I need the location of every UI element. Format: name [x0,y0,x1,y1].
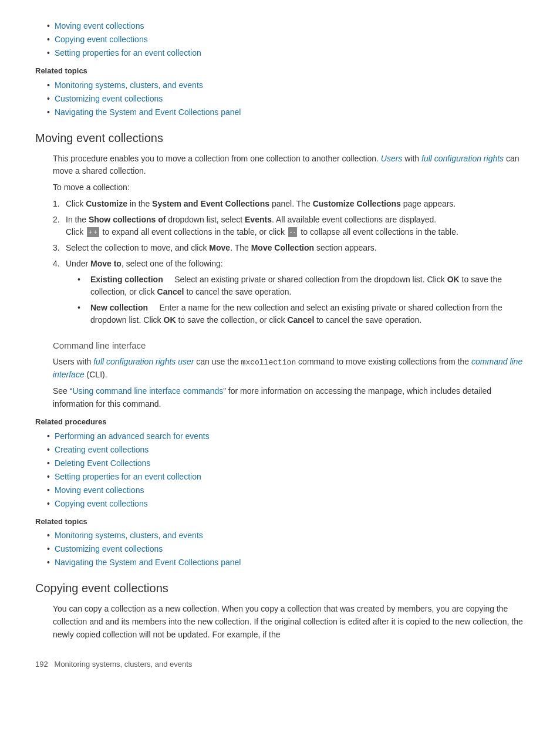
step-2: In the Show collections of dropdown list… [53,214,525,238]
collapse-icon: - - [288,227,297,237]
list-item[interactable]: Moving event collections [47,20,525,32]
moving-link[interactable]: Moving event collections [55,484,144,497]
steps-list: Click Customize in the System and Event … [53,198,525,330]
deleting-link[interactable]: Deleting Event Collections [55,457,150,470]
using-cli-link[interactable]: Using command line interface commands [72,386,223,396]
list-item[interactable]: Customizing event collections [47,93,525,105]
step4-sub-list: Existing collection Select an existing p… [77,274,525,326]
footer-text: Monitoring systems, clusters, and events [55,660,193,669]
navigating-link-1[interactable]: Navigating the System and Event Collecti… [55,106,241,119]
section1-intro: This procedure enables you to move a col… [53,153,525,178]
step-1: Click Customize in the System and Event … [53,198,525,210]
page-number: 192 [35,660,48,669]
cli-para-1: Users with full configuration rights use… [53,356,525,382]
to-move-label: To move a collection: [53,181,525,194]
step-4: Under Move to, select one of the followi… [53,258,525,330]
list-item[interactable]: Monitoring systems, clusters, and events [47,529,525,542]
related-topics-2-label: Related topics [35,516,525,528]
list-item[interactable]: Monitoring systems, clusters, and events [47,79,525,92]
mxcollection-code: mxcollection [241,358,296,367]
monitoring-link-1[interactable]: Monitoring systems, clusters, and events [55,79,203,92]
customizing-link-2[interactable]: Customizing event collections [55,543,163,555]
full-config-rights-link[interactable]: full configuration rights user [93,357,194,366]
related-topics-2-list: Monitoring systems, clusters, and events… [47,529,525,569]
list-item[interactable]: Moving event collections [47,484,525,497]
page-footer: 192 Monitoring systems, clusters, and ev… [35,659,525,670]
cli-sub-heading: Command line interface [53,339,525,353]
monitoring-link-2[interactable]: Monitoring systems, clusters, and events [55,529,203,542]
list-item[interactable]: Creating event collections [47,444,525,456]
section1-title: Moving event collections [35,129,525,147]
top-bullet-list: Moving event collections Copying event c… [47,20,525,59]
section2-intro: You can copy a collection as a new colle… [53,603,525,641]
setting-props-link[interactable]: Setting properties for an event collecti… [55,471,201,483]
related-procedures-list: Performing an advanced search for events… [47,430,525,510]
section2-title: Copying event collections [35,579,525,597]
moving-collections-link-top[interactable]: Moving event collections [55,20,144,32]
copying-link[interactable]: Copying event collections [55,498,148,510]
list-item[interactable]: Deleting Event Collections [47,457,525,470]
full-config-link-1[interactable]: full configuration rights [421,154,504,163]
list-item[interactable]: Copying event collections [47,498,525,510]
customizing-link-1[interactable]: Customizing event collections [55,93,163,105]
list-item[interactable]: Setting properties for an event collecti… [47,471,525,483]
navigating-link-2[interactable]: Navigating the System and Event Collecti… [55,556,241,569]
related-topics-1-label: Related topics [35,65,525,77]
copying-collections-link-top[interactable]: Copying event collections [55,33,148,46]
users-link[interactable]: Users [381,154,403,163]
setting-properties-link-top[interactable]: Setting properties for an event collecti… [55,47,201,59]
list-item[interactable]: Copying event collections [47,33,525,46]
list-item[interactable]: Navigating the System and Event Collecti… [47,106,525,119]
creating-link[interactable]: Creating event collections [55,444,149,456]
expand-icon: + + [87,227,99,237]
related-topics-1-list: Monitoring systems, clusters, and events… [47,79,525,119]
list-item[interactable]: Performing an advanced search for events [47,430,525,443]
list-item[interactable]: Navigating the System and Event Collecti… [47,556,525,569]
list-item[interactable]: Customizing event collections [47,543,525,555]
new-collection-item: New collection Enter a name for the new … [77,302,525,326]
step-3: Select the collection to move, and click… [53,242,525,254]
perf-search-link[interactable]: Performing an advanced search for events [55,430,210,443]
existing-collection-item: Existing collection Select an existing p… [77,274,525,298]
related-procedures-label: Related procedures [35,416,525,428]
list-item[interactable]: Setting properties for an event collecti… [47,47,525,59]
cli-para-2: See “Using command line interface comman… [53,385,525,410]
